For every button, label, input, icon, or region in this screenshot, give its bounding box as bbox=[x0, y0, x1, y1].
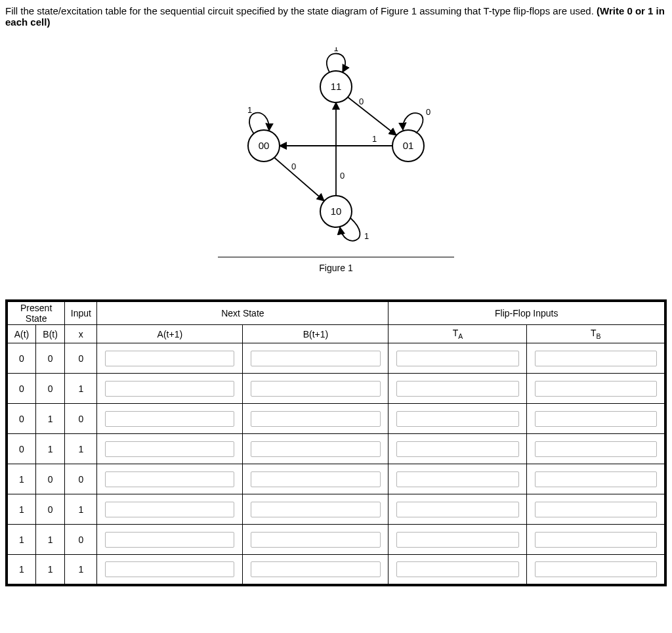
state-diagram-svg: 00 1 01 0 11 1 10 1 1 bbox=[218, 47, 454, 251]
state-10-label: 10 bbox=[331, 206, 342, 217]
At1-cell bbox=[97, 464, 243, 494]
At1-input[interactable] bbox=[105, 381, 234, 397]
At1-cell bbox=[97, 434, 243, 464]
TA-input[interactable] bbox=[396, 471, 519, 487]
TA-input[interactable] bbox=[396, 411, 519, 427]
table-row: 010 bbox=[7, 404, 665, 434]
figure-caption: Figure 1 bbox=[218, 257, 454, 273]
edge-01-to-00: 1 bbox=[372, 134, 377, 144]
TB-input[interactable] bbox=[535, 411, 657, 427]
TA-input[interactable] bbox=[396, 381, 519, 397]
header-At1: A(t+1) bbox=[97, 325, 243, 343]
At1-input[interactable] bbox=[105, 441, 234, 457]
At1-input[interactable] bbox=[105, 351, 234, 366]
state-00-label: 00 bbox=[259, 140, 270, 151]
TB-cell bbox=[527, 494, 665, 525]
state-11-label: 11 bbox=[331, 81, 342, 92]
TA-cell bbox=[388, 494, 527, 525]
At1-input[interactable] bbox=[105, 561, 234, 577]
instruction-text: Fill the state/excitation table for the … bbox=[5, 5, 597, 16]
At1-cell bbox=[97, 374, 243, 404]
At1-cell bbox=[97, 555, 243, 585]
header-input: Input bbox=[65, 301, 97, 325]
Bt1-input[interactable] bbox=[251, 532, 380, 548]
state-01-label: 01 bbox=[403, 140, 414, 151]
TA-input[interactable] bbox=[396, 561, 519, 577]
header-TA: TA bbox=[388, 325, 527, 343]
TA-input[interactable] bbox=[396, 441, 519, 457]
table-row: 001 bbox=[7, 374, 665, 404]
cell-At: 1 bbox=[7, 494, 35, 525]
TB-input[interactable] bbox=[535, 351, 657, 366]
cell-Bt: 1 bbox=[35, 434, 64, 464]
cell-x: 1 bbox=[65, 555, 97, 585]
edge-10-to-11: 0 bbox=[340, 171, 345, 181]
cell-x: 1 bbox=[65, 374, 97, 404]
cell-At: 1 bbox=[7, 555, 35, 585]
table-row: 101 bbox=[7, 494, 665, 525]
TA-input[interactable] bbox=[396, 351, 519, 366]
Bt1-input[interactable] bbox=[251, 441, 380, 457]
cell-Bt: 0 bbox=[35, 464, 64, 494]
cell-Bt: 1 bbox=[35, 555, 64, 585]
cell-At: 0 bbox=[7, 404, 35, 434]
At1-input[interactable] bbox=[105, 532, 234, 548]
header-At: A(t) bbox=[7, 325, 35, 343]
cell-At: 0 bbox=[7, 374, 35, 404]
cell-At: 0 bbox=[7, 343, 35, 374]
cell-x: 1 bbox=[65, 434, 97, 464]
Bt1-input[interactable] bbox=[251, 502, 380, 517]
table-row: 000 bbox=[7, 343, 665, 374]
Bt1-input[interactable] bbox=[251, 411, 380, 427]
TB-input[interactable] bbox=[535, 381, 657, 397]
TB-cell bbox=[527, 404, 665, 434]
edge-11-self: 1 bbox=[333, 47, 338, 53]
Bt1-cell bbox=[243, 525, 388, 555]
edge-00-self: 1 bbox=[247, 105, 252, 115]
Bt1-input[interactable] bbox=[251, 471, 380, 487]
TB-input[interactable] bbox=[535, 532, 657, 548]
cell-Bt: 0 bbox=[35, 374, 64, 404]
TB-input[interactable] bbox=[535, 441, 657, 457]
TB-input[interactable] bbox=[535, 502, 657, 517]
header-x: x bbox=[65, 325, 97, 343]
header-next-state: Next State bbox=[97, 301, 388, 325]
At1-input[interactable] bbox=[105, 502, 234, 517]
Bt1-cell bbox=[243, 434, 388, 464]
table-row: 100 bbox=[7, 464, 665, 494]
Bt1-cell bbox=[243, 374, 388, 404]
TB-input[interactable] bbox=[535, 561, 657, 577]
header-present-state: Present State bbox=[7, 301, 65, 325]
TB-cell bbox=[527, 555, 665, 585]
Bt1-cell bbox=[243, 404, 388, 434]
Bt1-cell bbox=[243, 555, 388, 585]
table-row: 110 bbox=[7, 525, 665, 555]
TA-cell bbox=[388, 555, 527, 585]
cell-x: 0 bbox=[65, 404, 97, 434]
Bt1-input[interactable] bbox=[251, 561, 380, 577]
At1-input[interactable] bbox=[105, 411, 234, 427]
header-Bt: B(t) bbox=[35, 325, 64, 343]
table-row: 011 bbox=[7, 434, 665, 464]
cell-At: 0 bbox=[7, 434, 35, 464]
At1-input[interactable] bbox=[105, 471, 234, 487]
cell-x: 0 bbox=[65, 343, 97, 374]
Bt1-cell bbox=[243, 343, 388, 374]
cell-Bt: 1 bbox=[35, 525, 64, 555]
TA-cell bbox=[388, 525, 527, 555]
cell-Bt: 0 bbox=[35, 343, 64, 374]
TB-cell bbox=[527, 374, 665, 404]
edge-11-to-01: 0 bbox=[359, 97, 364, 106]
TB-cell bbox=[527, 525, 665, 555]
Bt1-cell bbox=[243, 494, 388, 525]
Bt1-input[interactable] bbox=[251, 381, 380, 397]
edge-01-self: 0 bbox=[426, 107, 430, 117]
svg-line-7 bbox=[348, 97, 396, 135]
TB-cell bbox=[527, 434, 665, 464]
TA-cell bbox=[388, 434, 527, 464]
TA-input[interactable] bbox=[396, 532, 519, 548]
Bt1-input[interactable] bbox=[251, 351, 380, 366]
TA-cell bbox=[388, 374, 527, 404]
TA-input[interactable] bbox=[396, 502, 519, 517]
TB-input[interactable] bbox=[535, 471, 657, 487]
